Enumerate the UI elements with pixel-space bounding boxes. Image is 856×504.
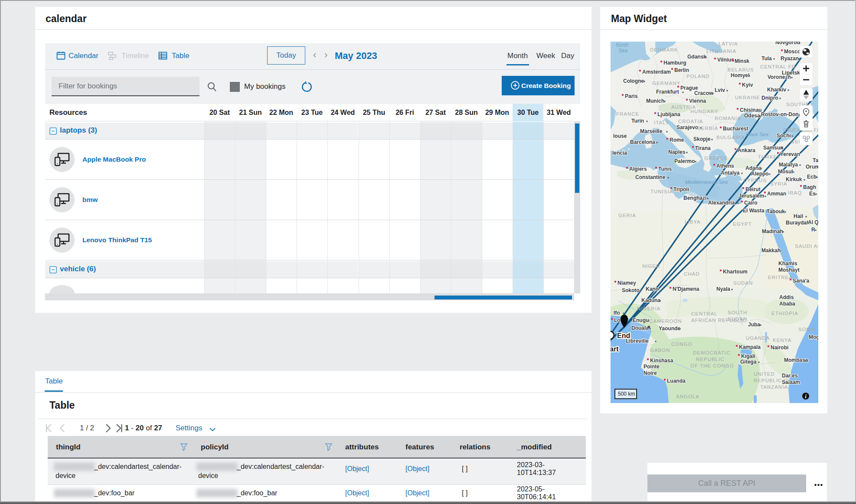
svg-text:SOMALIA: SOMALIA [798,327,818,332]
svg-text:Bagh: Bagh [803,184,816,190]
svg-text:Jerusalem: Jerusalem [738,193,764,199]
svg-text:Ankara: Ankara [738,147,755,153]
svg-text:REPUBLIC: REPUBLIC [696,357,725,362]
svg-text:AFRICAN REPUBLIC: AFRICAN REPUBLIC [691,318,746,323]
svg-text:Orum: Orum [806,164,818,170]
svg-text:Bucharest: Bucharest [723,126,748,132]
svg-text:Dnipro: Dnipro [761,95,778,101]
svg-text:Kaduna: Kaduna [641,297,660,303]
svg-text:Malatya: Malatya [779,162,798,168]
svg-text:GABON: GABON [650,348,670,353]
svg-text:Athens: Athens [716,163,734,169]
svg-text:Douala: Douala [631,325,649,331]
svg-text:Niamey: Niamey [617,280,636,286]
svg-text:i: i [805,393,807,400]
svg-text:DEMOCRATIC: DEMOCRATIC [693,350,730,355]
svg-text:UNITED: UNITED [754,371,775,377]
svg-text:UGANDA: UGANDA [746,335,770,341]
svg-text:Hamburg: Hamburg [663,60,686,66]
svg-text:CHAD: CHAD [684,271,700,276]
svg-text:Constantine: Constantine [635,174,666,180]
svg-text:North: North [616,42,629,48]
svg-text:Juba: Juba [748,322,760,328]
svg-text:Tabouk: Tabouk [767,208,785,215]
svg-text:Sana'a: Sana'a [793,278,810,284]
svg-text:FRANCE: FRANCE [616,111,639,117]
svg-text:CYPRUS: CYPRUS [743,178,767,183]
svg-text:Barcelona: Barcelona [630,139,655,145]
svg-text:NIGERIA: NIGERIA [637,306,660,311]
svg-text:Novgorod: Novgorod [775,42,800,46]
svg-text:Cracow: Cracow [694,90,713,96]
svg-text:Lviv: Lviv [715,87,725,93]
svg-text:DENMARK: DENMARK [650,47,678,52]
svg-text:TUNISIA: TUNISIA [650,189,673,194]
svg-text:BELARUS: BELARUS [728,67,754,72]
svg-text:Madinah: Madinah [762,228,783,234]
svg-text:R: R [811,227,815,233]
svg-text:Tirana: Tirana [695,145,711,151]
svg-text:Odesa: Odesa [744,113,760,119]
svg-text:Mombasa: Mombasa [784,357,808,363]
svg-text:BULGARIA: BULGARIA [716,135,745,140]
svg-text:GREECE: GREECE [704,156,728,161]
svg-text:Noire: Noire [644,370,657,376]
svg-text:Tripoli: Tripoli [673,186,689,192]
svg-text:CROATIA: CROATIA [678,119,703,124]
svg-text:Rostov-on-Don: Rostov-on-Don [761,111,799,117]
svg-text:Khamis: Khamis [778,260,797,267]
svg-text:Palermo: Palermo [674,158,695,164]
svg-text:Makkah: Makkah [761,247,781,254]
svg-text:ERITREA: ERITREA [768,275,793,280]
svg-text:Ababa: Ababa [779,301,795,307]
svg-text:Gitega: Gitega [740,359,757,365]
svg-text:Kirkuk: Kirkuk [786,176,802,182]
svg-text:Naples: Naples [668,149,686,155]
svg-text:OF THE CONGO: OF THE CONGO [690,363,734,368]
svg-text:Nyala: Nyala [716,286,730,292]
svg-text:SUDAN: SUDAN [733,280,753,286]
svg-text:art: art [611,345,619,353]
svg-text:LITHUANIA: LITHUANIA [706,49,736,54]
svg-text:Ta: Ta [813,157,818,163]
svg-text:SAUDI ARA: SAUDI ARA [795,244,818,249]
svg-text:IRAQ: IRAQ [788,190,802,195]
svg-text:NIGER: NIGER [642,263,660,269]
svg-text:Lo: Lo [614,317,621,323]
svg-text:LATVIA: LATVIA [719,42,738,46]
svg-text:Mog: Mog [809,334,818,340]
svg-text:Kigali: Kigali [741,353,755,359]
svg-text:KENYA: KENYA [773,338,791,343]
svg-text:Beirut: Beirut [745,186,761,192]
svg-text:Ryazan: Ryazan [781,55,799,62]
svg-text:Aleppo: Aleppo [751,171,769,177]
svg-text:Ifo: Ifo [614,310,620,316]
svg-text:Amsterdam: Amsterdam [642,69,671,75]
svg-text:CAMEROON: CAMEROON [649,319,682,324]
svg-text:Ljubljana: Ljubljana [657,111,680,117]
svg-text:Benghazi: Benghazi [683,195,706,201]
svg-text:SOUTH: SOUTH [728,310,747,315]
svg-text:Minsk: Minsk [735,58,749,64]
svg-text:SERBIA: SERBIA [697,126,718,131]
svg-text:Pointe: Pointe [644,364,660,370]
svg-text:CENTRAL: CENTRAL [691,311,718,316]
svg-text:Amman: Amman [767,191,786,197]
svg-text:LIBYA: LIBYA [685,219,701,224]
svg-text:N'Djamena: N'Djamena [673,286,699,292]
svg-text:Kano: Kano [646,286,659,292]
svg-text:Black Sea: Black Sea [746,132,768,137]
svg-text:Lipetsk: Lipetsk [782,70,800,76]
svg-text:Buraydah: Buraydah [786,220,810,226]
svg-text:Kyiv: Kyiv [742,82,753,88]
svg-text:Kharkiv: Kharkiv [767,87,786,93]
svg-text:Al Q: Al Q [808,219,818,225]
svg-text:Addis: Addis [779,294,794,300]
svg-text:Algiers: Algiers [629,166,647,172]
svg-text:Gdansk: Gdansk [687,54,706,60]
svg-text:Nairobi: Nairobi [771,345,788,351]
svg-text:Yaounde: Yaounde [659,325,680,332]
svg-text:Alexandria: Alexandria [708,200,735,206]
svg-text:Mediterranean Sea: Mediterranean Sea [685,179,728,185]
svg-text:CENTRAL FD: CENTRAL FD [760,64,796,69]
